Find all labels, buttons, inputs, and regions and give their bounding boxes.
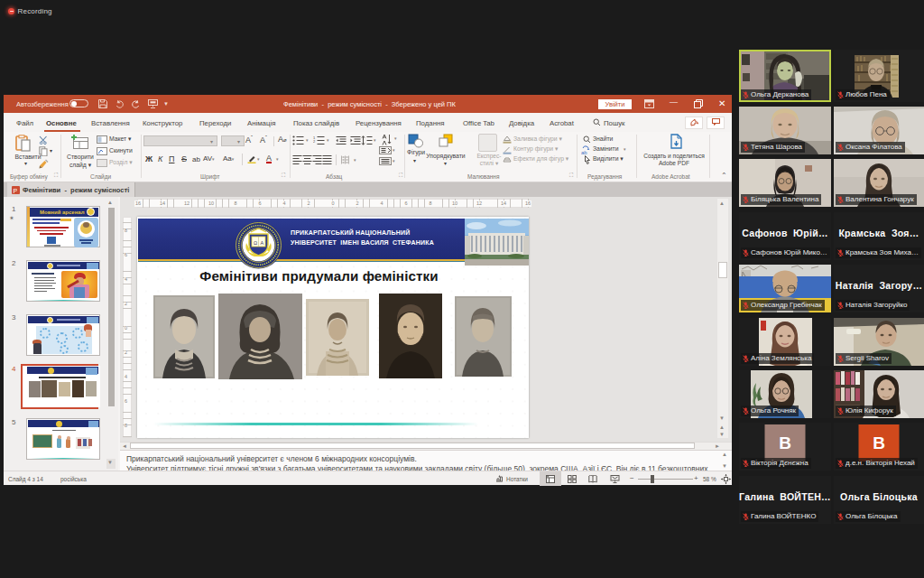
- svg-text:P: P: [14, 188, 18, 194]
- svg-text:Ω: Ω: [254, 240, 257, 246]
- svg-text:А: А: [261, 240, 264, 246]
- svg-text:ab: ab: [581, 150, 587, 155]
- svg-text:2: 2: [313, 139, 316, 144]
